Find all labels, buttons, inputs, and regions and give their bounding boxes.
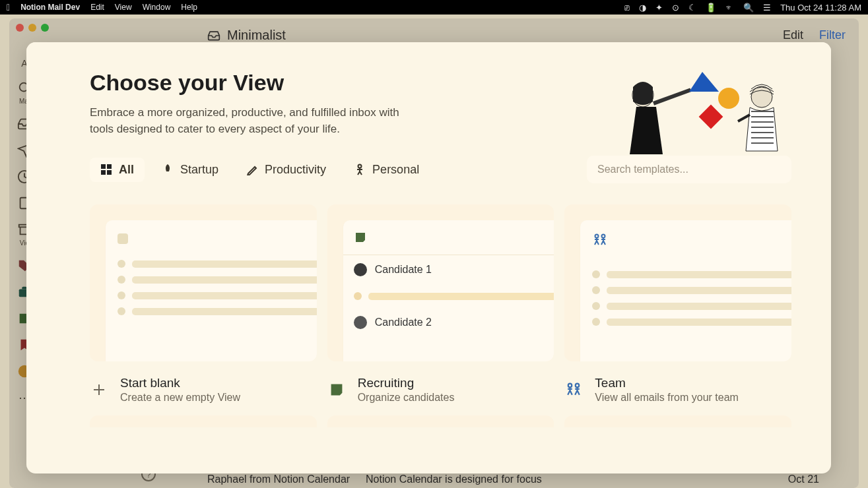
tab-productivity[interactable]: Productivity [236, 158, 337, 182]
battery-icon[interactable]: 🔋 [706, 3, 716, 13]
svg-point-21 [568, 384, 572, 388]
svg-rect-15 [107, 164, 112, 169]
menu-help[interactable]: Help [181, 3, 197, 12]
team-icon [592, 233, 608, 247]
status-icon[interactable]: ◑ [639, 3, 646, 13]
moon-icon[interactable]: ☾ [688, 3, 696, 13]
card-title: Start blank [120, 376, 240, 390]
card-subtitle: Create a new empty View [120, 392, 240, 404]
svg-point-13 [751, 86, 772, 107]
template-card-start-blank[interactable]: Start blank Create a new empty View [90, 204, 317, 404]
template-card-recruiting[interactable]: Candidate 1 Candidate 2 [327, 204, 554, 404]
tab-all[interactable]: All [90, 158, 145, 182]
menu-edit[interactable]: Edit [90, 3, 104, 12]
svg-rect-9 [653, 88, 691, 105]
menubar-clock[interactable]: Thu Oct 24 11:28 AM [780, 3, 861, 13]
status-icon[interactable]: ✦ [655, 3, 663, 13]
rocket-icon [162, 164, 174, 175]
app-name[interactable]: Notion Mail Dev [20, 3, 80, 12]
search-icon[interactable]: 🔍 [743, 3, 754, 13]
pencil-icon [246, 164, 258, 175]
card-title: Team [595, 376, 739, 390]
card-title: Recruiting [358, 376, 455, 390]
template-card-peek[interactable] [327, 415, 554, 427]
candidate-row: Candidate 2 [354, 308, 554, 337]
tab-personal[interactable]: Personal [343, 158, 430, 182]
svg-point-18 [358, 165, 362, 168]
svg-point-22 [576, 384, 580, 388]
grid-icon [100, 164, 112, 175]
note-icon [354, 231, 367, 244]
svg-rect-17 [107, 170, 112, 175]
tab-startup[interactable]: Startup [151, 158, 229, 182]
apple-icon[interactable]:  [7, 2, 10, 13]
svg-point-11 [718, 88, 739, 109]
menu-window[interactable]: Window [143, 3, 171, 12]
menu-view[interactable]: View [115, 3, 132, 12]
template-category-tabs: All Startup Productivity Personal [90, 158, 430, 182]
note-icon [327, 381, 346, 399]
template-card-peek[interactable] [90, 415, 317, 427]
candidate-row: Candidate 1 [354, 255, 554, 284]
modal-subtitle: Embrace a more organized, productive, an… [90, 105, 420, 137]
svg-rect-14 [101, 164, 106, 169]
avatar-icon [354, 316, 367, 329]
team-icon [564, 381, 583, 399]
tab-label: Personal [372, 163, 419, 177]
avatar-icon [354, 263, 367, 276]
app-window: A Mai Vie ⋯ Minimalist Edit Filter ? Rap… [9, 18, 859, 488]
svg-point-19 [595, 235, 599, 238]
search-templates-input[interactable] [587, 156, 791, 183]
svg-point-20 [602, 235, 605, 238]
card-subtitle: Organize candidates [358, 392, 455, 404]
tab-label: Startup [180, 163, 218, 177]
template-card-peek[interactable] [564, 415, 791, 427]
macos-menubar:  Notion Mail Dev Edit View Window Help … [0, 0, 868, 15]
header-illustration [600, 62, 798, 161]
card-subtitle: View all emails from your team [595, 392, 739, 404]
choose-view-modal: Choose your View Embrace a more organize… [26, 42, 831, 473]
control-center-icon[interactable]: ☰ [763, 3, 771, 13]
person-icon [354, 164, 366, 175]
status-icon[interactable]: ⊙ [672, 3, 679, 13]
svg-marker-10 [689, 72, 719, 92]
tab-label: Productivity [265, 163, 326, 177]
candidate-name: Candidate 2 [375, 317, 432, 328]
wifi-icon[interactable]: ᯤ [725, 3, 734, 13]
template-card-team[interactable]: Team View all emails from your team [564, 204, 791, 404]
svg-rect-12 [699, 105, 723, 129]
tab-label: All [119, 163, 134, 177]
candidate-name: Candidate 1 [375, 264, 432, 276]
status-icon[interactable]: ⎚ [624, 3, 630, 13]
plus-icon [90, 381, 108, 399]
svg-rect-16 [101, 170, 106, 175]
